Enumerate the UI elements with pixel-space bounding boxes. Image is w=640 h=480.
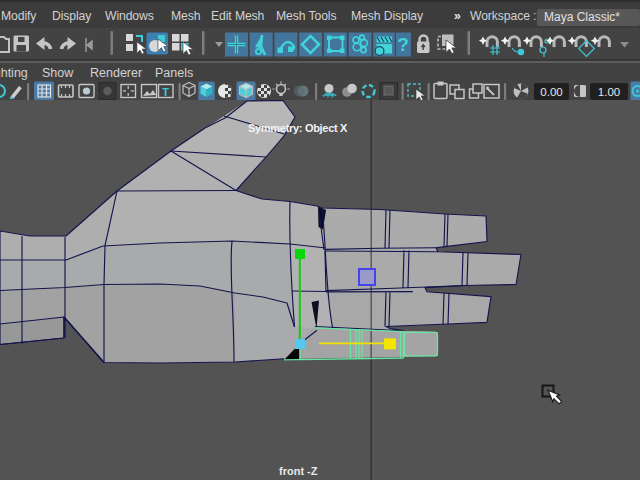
svg-text:T: T <box>162 86 169 98</box>
svg-text:0.00: 0.00 <box>540 86 562 98</box>
svg-text:1.00: 1.00 <box>598 86 620 98</box>
svg-text:Symmetry: Object X: Symmetry: Object X <box>248 122 348 134</box>
svg-text:?: ? <box>397 34 409 55</box>
svg-text:front -Z: front -Z <box>279 465 318 477</box>
